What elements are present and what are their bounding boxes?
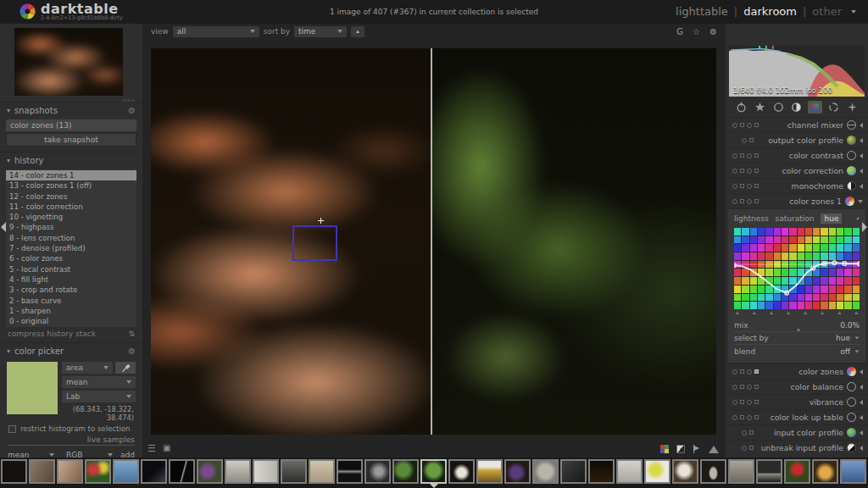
main-image[interactable]	[151, 48, 716, 435]
history-item[interactable]: 0 - original	[6, 316, 136, 326]
module-expand-arrow[interactable]	[860, 385, 863, 390]
history-item[interactable]: 12 - color zones	[6, 191, 136, 202]
raw-overexposed-icon[interactable]	[660, 445, 669, 453]
module-color-balance[interactable]: color balance	[726, 379, 868, 394]
history-item[interactable]: 13 - color zones 1 (off)	[6, 180, 136, 191]
restrict-histogram-checkbox[interactable]	[8, 425, 16, 433]
module-expand-arrow[interactable]	[860, 369, 863, 374]
filmstrip-thumbnail[interactable]	[588, 459, 615, 484]
filmstrip-thumbnail[interactable]	[197, 459, 223, 484]
correct-group-icon[interactable]	[826, 101, 841, 114]
module-color-look-up-table[interactable]: color look up table	[726, 409, 868, 424]
history-item[interactable]: 14 - color zones 1	[6, 170, 136, 180]
module-color-zones[interactable]: color zones	[726, 363, 868, 379]
softproof-icon[interactable]	[693, 445, 701, 453]
history-item[interactable]: 8 - lens correction	[6, 233, 136, 243]
filmstrip-thumbnail[interactable]	[1, 459, 27, 484]
module-expand-arrow[interactable]	[860, 153, 863, 158]
color-picker-area-rect[interactable]	[292, 225, 337, 261]
module-expand-arrow[interactable]	[858, 200, 863, 203]
history-item[interactable]: 2 - base curve	[6, 296, 136, 306]
collapse-left-panel-arrow[interactable]	[1, 222, 6, 232]
compress-history-icon[interactable]: ⇅	[128, 330, 135, 338]
sample-stat-select[interactable]: mean	[8, 449, 58, 458]
tab-saturation[interactable]: saturation	[776, 214, 815, 223]
history-item[interactable]: 3 - crop and rotate	[6, 285, 136, 295]
filmstrip-thumbnail[interactable]	[169, 459, 195, 484]
tab-lightness[interactable]: lightness	[734, 214, 769, 223]
add-sample-button[interactable]: add	[120, 451, 135, 458]
filmstrip-thumbnail[interactable]	[504, 459, 531, 484]
filmstrip-thumbnail[interactable]	[364, 459, 391, 484]
view-other[interactable]: other	[812, 5, 842, 18]
module-expand-arrow[interactable]	[860, 446, 863, 451]
zones-eyedropper-icon[interactable]	[855, 214, 860, 224]
view-filter-select[interactable]: all	[173, 26, 259, 37]
picker-mode-select[interactable]: area	[62, 362, 113, 374]
second-window-icon[interactable]: ▣	[163, 443, 170, 454]
tab-hue[interactable]: hue	[821, 214, 842, 224]
favorite-star-button[interactable]: ☆	[693, 27, 700, 36]
filmstrip-thumbnail[interactable]	[29, 459, 55, 484]
collapse-right-panel-arrow[interactable]	[862, 222, 867, 232]
color-zones-curve-editor[interactable]	[734, 228, 860, 309]
module-expand-arrow[interactable]	[860, 400, 863, 405]
filmstrip-thumbnail[interactable]	[113, 459, 139, 484]
history-item[interactable]: 11 - color correction	[6, 202, 136, 212]
filmstrip-thumbnail[interactable]	[253, 459, 279, 484]
module-unbreak-input-profile[interactable]: unbreak input profile	[726, 440, 868, 455]
picker-space-select[interactable]: Lab	[62, 391, 136, 402]
sample-space-select[interactable]: RGB	[62, 449, 117, 458]
history-item[interactable]: 7 - denoise (profiled)	[6, 243, 136, 253]
color-picker-header[interactable]: ▾ color picker ⚙	[0, 342, 142, 358]
history-item[interactable]: 6 - color zones	[6, 253, 136, 263]
filmstrip-thumbnail[interactable]	[309, 459, 335, 484]
filmstrip-thumbnail[interactable]	[225, 459, 251, 484]
module-expand-arrow[interactable]	[860, 184, 863, 189]
module-expand-arrow[interactable]	[860, 169, 863, 174]
history-item[interactable]: 1 - sharpen	[6, 306, 136, 316]
module-expand-arrow[interactable]	[860, 430, 863, 435]
settings-gear-button[interactable]: ⚙	[709, 27, 717, 36]
module-output-color-profile[interactable]: output color profile	[726, 132, 868, 147]
tone-group-icon[interactable]	[789, 101, 804, 114]
color-picker-gear-icon[interactable]: ⚙	[128, 347, 136, 356]
filmstrip-thumbnail[interactable]	[784, 459, 810, 484]
active-group-icon[interactable]	[734, 101, 748, 114]
snapshots-header[interactable]: ▾ snapshots ⚙	[0, 102, 142, 118]
gamut-warning-icon[interactable]	[709, 446, 719, 453]
compress-history-button[interactable]: compress history stack	[8, 330, 96, 338]
select-by-dropdown[interactable]: select by hue	[734, 332, 860, 345]
view-darkroom[interactable]: darkroom	[743, 5, 797, 18]
zone-markers[interactable]: ▵▵▵▵▵▵▵▵	[734, 310, 860, 316]
filmstrip-thumbnail[interactable]	[812, 459, 838, 484]
module-monochrome[interactable]: monochrome	[726, 178, 868, 193]
filmstrip-thumbnail[interactable]	[532, 459, 559, 484]
filmstrip-thumbnail[interactable]	[392, 459, 419, 484]
history-item[interactable]: 4 - fill light	[6, 274, 136, 285]
sort-direction-button[interactable]: ▴	[351, 26, 364, 37]
filmstrip-thumbnail[interactable]	[281, 459, 307, 484]
filmstrip-thumbnail[interactable]	[728, 459, 754, 484]
filmstrip-thumbnail[interactable]	[700, 459, 726, 484]
blend-dropdown[interactable]: blend off	[734, 345, 860, 358]
histogram[interactable]: 1/640 f/4.0 102mm iso 100	[729, 46, 865, 97]
effect-group-icon[interactable]	[845, 101, 860, 114]
overexposed-icon[interactable]	[676, 445, 685, 453]
module-channel-mixer[interactable]: channel mixer	[726, 117, 868, 132]
filmstrip-thumbnail[interactable]	[448, 459, 475, 484]
live-samples-label[interactable]: live samples	[8, 435, 135, 446]
color-group-icon[interactable]	[808, 101, 822, 114]
filmstrip-thumbnail[interactable]	[840, 459, 866, 484]
gamut-check-button[interactable]: G	[676, 27, 683, 36]
filmstrip-thumbnail[interactable]	[476, 459, 503, 484]
module-color-correction[interactable]: color correction	[726, 163, 868, 178]
sort-select[interactable]: time	[294, 26, 347, 37]
history-item[interactable]: 10 - vignetting	[6, 212, 136, 222]
take-snapshot-button[interactable]: take snapshot	[6, 133, 136, 147]
filmstrip-thumbnail[interactable]	[337, 459, 363, 484]
filmstrip-thumbnail[interactable]	[644, 459, 670, 484]
mix-slider[interactable]: mix 0.0%	[734, 319, 860, 332]
module-input-color-profile[interactable]: input color profile	[726, 424, 868, 440]
filmstrip-thumbnail[interactable]	[85, 459, 111, 484]
